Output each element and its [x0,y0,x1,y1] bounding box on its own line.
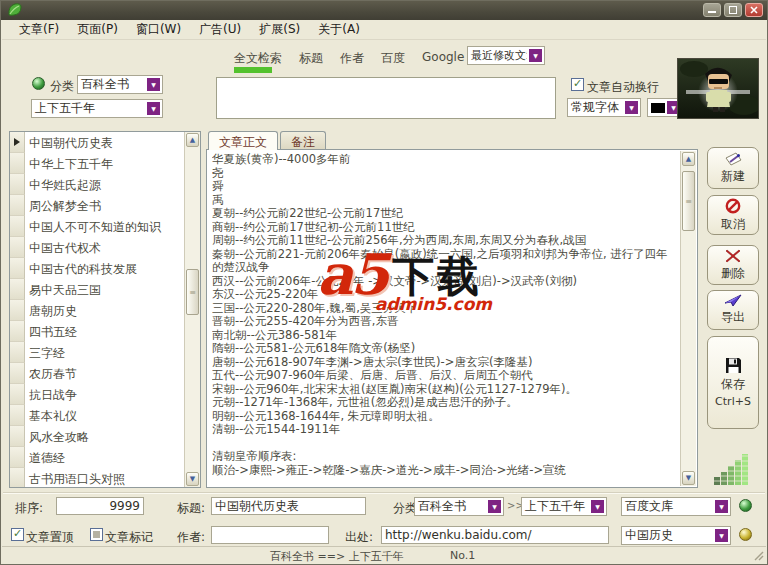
sort-input[interactable] [56,497,144,515]
subcategory-dropdown[interactable]: 上下五千年 [31,99,163,118]
maximize-button[interactable] [724,3,742,17]
menu-item[interactable]: 关于(A) [309,19,369,40]
menu-item[interactable]: 广告(U) [190,19,250,40]
text-line: 元朝--1271年-1368年, 元世祖(忽必烈)是成吉思汗的孙子。 [212,396,676,410]
text-line: 商朝--约公元前17世纪初-公元前11世纪 [212,221,676,235]
author-label: 作者: [177,529,205,546]
tab-article-body[interactable]: 文章正文 [208,131,278,150]
link-baidu[interactable]: 百度 [381,50,405,67]
source-label: 出处: [345,529,373,546]
mark-article-checkbox[interactable] [90,528,103,541]
list-item[interactable]: 基本礼仪 [10,405,184,426]
author-input[interactable] [211,526,329,544]
menu-item[interactable]: 页面(P) [68,19,127,40]
app-window: 文章(F)页面(P)窗口(W)广告(U)扩展(S)关于(A) 全文检索 标题 作… [0,0,768,565]
list-item[interactable]: 中国朝代历史表 [10,132,184,153]
category1-dropdown[interactable]: 百科全书 [414,497,504,516]
list-item[interactable]: 抗日战争 [10,384,184,405]
list-item[interactable]: 周公解梦全书 [10,195,184,216]
category-label: 分类 [50,78,74,95]
scroll-down-icon[interactable] [682,471,695,485]
scroll-up-icon[interactable] [682,152,695,166]
link-fulltext-search[interactable]: 全文检索 [234,50,282,67]
chevron-down-icon[interactable] [625,101,638,114]
text-line: 三国--公元220-280年,魏,蜀,吴三分天下 [212,302,676,316]
row-indicator [10,405,25,426]
font-style-dropdown[interactable]: 常规字体 [567,98,641,117]
list-item[interactable]: 四书五经 [10,321,184,342]
link-author-search[interactable]: 作者 [340,50,364,67]
list-item[interactable]: 中华上下五千年 [10,153,184,174]
list-item-label: 周公解梦全书 [25,195,105,216]
chevron-down-icon[interactable] [147,102,160,115]
source-category-dropdown[interactable]: 中国历史 [621,526,731,545]
list-item-label: 抗日战争 [25,384,81,405]
list-item[interactable]: 道德经 [10,447,184,468]
title-label: 标题: [177,500,205,517]
export-button[interactable]: 导出 [707,290,759,330]
list-item-label: 三字经 [25,342,69,363]
minimize-button[interactable] [703,3,721,17]
search-input[interactable] [216,77,556,119]
chevron-down-icon[interactable] [715,529,728,542]
text-line: 夏朝--约公元前22世纪-公元前17世纪 [212,207,676,221]
text-line: 东汉--公元25-220年 [212,288,676,302]
tab-notes[interactable]: 备注 [280,131,326,149]
list-item[interactable]: 风水全攻略 [10,426,184,447]
menu-item[interactable]: 扩展(S) [250,19,309,40]
list-item-label: 中国人不可不知道的知识 [25,216,165,237]
autowrap-checkbox[interactable] [571,78,584,91]
list-item[interactable]: 古书用语口头对照 [10,468,184,487]
pin-article-checkbox[interactable] [11,528,24,541]
list-item[interactable]: 中华姓氏起源 [10,174,184,195]
recent-articles-dropdown[interactable]: 最近修改文章 [467,46,545,65]
source-refresh-orb-icon[interactable] [739,528,752,541]
list-item-label: 中国古代权术 [25,237,105,258]
save-button[interactable]: 保存 Ctrl+S [707,336,759,429]
menu-item[interactable]: 窗口(W) [127,19,190,40]
text-line: 南北朝--公元386-581年 [212,329,676,343]
chevron-down-icon[interactable] [488,500,501,513]
list-scrollbar[interactable] [184,132,200,487]
text-line: 秦朝--公元前221-元前206年秦始皇(嬴政)统一六国,之后项羽和刘邦为争帝位… [212,248,676,275]
category-dropdown[interactable]: 百科全书 [77,75,163,94]
scroll-down-icon[interactable] [186,472,199,486]
category2-dropdown[interactable]: 上下五千年 [521,497,607,516]
menu-item[interactable]: 文章(F) [10,19,68,40]
resize-grip[interactable] [752,549,764,561]
row-indicator [10,153,25,174]
scrollbar-thumb[interactable] [186,269,199,315]
status-path: 百科全书 ==> 上下五千年 [270,549,404,564]
list-item[interactable]: 中国古代的科技发展 [10,258,184,279]
source-input[interactable] [381,526,609,544]
title-bar[interactable] [1,1,767,20]
chevron-down-icon[interactable] [147,78,160,91]
category3-dropdown[interactable]: 百度文库 [621,497,731,516]
article-body[interactable]: 华夏族(黄帝)--4000多年前尧舜禹夏朝--约公元前22世纪-公元前17世纪商… [212,153,676,484]
editor-scrollbar[interactable] [680,151,696,486]
link-title-search[interactable]: 标题 [299,50,323,67]
chevron-down-icon[interactable] [715,500,728,513]
scrollbar-thumb[interactable] [682,171,695,231]
list-item[interactable]: 唐朝历史 [10,300,184,321]
category-refresh-orb-icon[interactable] [739,499,752,512]
scroll-up-icon[interactable] [186,133,199,147]
close-button[interactable] [745,3,763,17]
list-item[interactable]: 三字经 [10,342,184,363]
chevron-down-icon[interactable] [591,500,604,513]
title-input[interactable] [211,497,366,515]
cancel-button[interactable]: 取消 [707,195,759,235]
delete-button[interactable]: 删除 [707,245,759,285]
list-item[interactable]: 农历春节 [10,363,184,384]
list-item[interactable]: 中国人不可不知道的知识 [10,216,184,237]
text-line: 晋朝--公元255-420年分为西晋,东晋 [212,315,676,329]
list-item[interactable]: 易中天品三国 [10,279,184,300]
list-item[interactable]: 中国古代权术 [10,237,184,258]
new-button[interactable]: 新建 [707,147,759,189]
chevron-down-icon[interactable] [529,49,542,62]
status-page: No.1 [450,549,475,562]
link-google[interactable]: Google [422,50,464,67]
current-row-icon [14,138,20,146]
text-line: 舜 [212,180,676,194]
avatar [677,58,759,119]
